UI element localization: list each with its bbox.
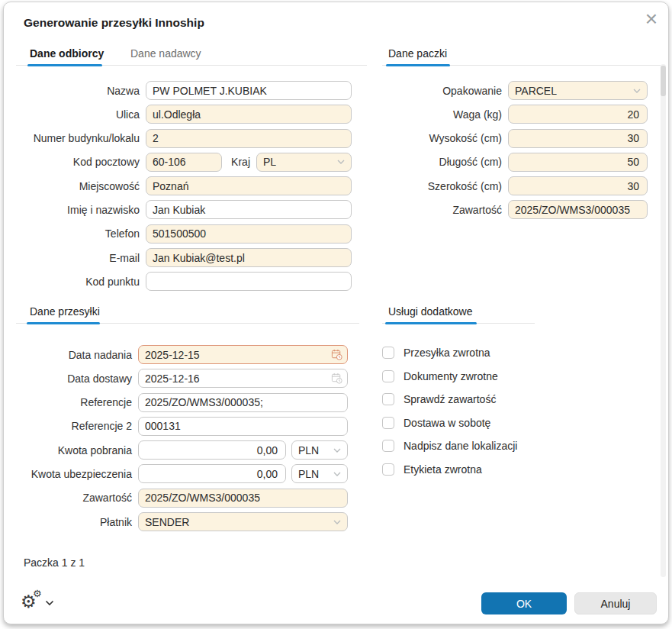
close-icon[interactable]: × <box>645 8 658 30</box>
field-row-miejscowosc: Miejscowość <box>16 176 352 195</box>
dlugosc-input[interactable] <box>508 153 648 172</box>
ulica-input[interactable] <box>146 105 352 124</box>
service-sprawdz-zawartosc[interactable]: Sprawdź zawartość <box>382 392 517 407</box>
kwota-pobrania-label: Kwota pobrania <box>16 444 138 456</box>
currency-value: PLN <box>298 444 319 456</box>
active-tab-underline <box>27 64 102 66</box>
ok-button[interactable]: OK <box>481 592 567 614</box>
checkbox[interactable] <box>382 440 394 452</box>
kwota-pobrania-input[interactable] <box>138 440 286 460</box>
waga-input[interactable] <box>508 105 648 124</box>
calendar-clock-icon[interactable] <box>331 349 342 360</box>
chevron-down-icon <box>337 160 345 164</box>
field-row-opakowanie: Opakowanie PARCEL <box>382 81 648 100</box>
kwota-ubezpieczenia-label: Kwota ubezpieczenia <box>16 468 138 480</box>
zawartosc-przesylki-input[interactable] <box>138 489 348 508</box>
shipment-form: Data nadania Data dostawy Referencje Ref… <box>16 345 348 531</box>
checkbox[interactable] <box>382 347 394 359</box>
kwota-ubezpieczenia-input[interactable] <box>138 464 286 483</box>
miejscowosc-input[interactable] <box>146 176 352 195</box>
telefon-input[interactable] <box>146 224 352 244</box>
checkbox[interactable] <box>382 370 394 382</box>
referencje-input[interactable] <box>138 393 348 412</box>
services-section-underline <box>385 322 477 324</box>
field-row-zawartosc-przesylki: Zawartość <box>16 489 348 508</box>
opakowanie-select[interactable]: PARCEL <box>508 81 648 100</box>
field-row-referencje: Referencje <box>16 393 348 412</box>
field-row-zawartosc-paczki: Zawartość <box>382 200 648 219</box>
kraj-value: PL <box>263 156 276 168</box>
imie-nazwisko-label: Imię i nazwisko <box>16 204 146 216</box>
field-row-email: E-mail <box>16 248 352 267</box>
wysokosc-input[interactable] <box>508 129 648 148</box>
service-label: Dokumenty zwrotne <box>404 370 498 382</box>
kod-punktu-label: Kod punktu <box>16 276 146 288</box>
szerokosc-input[interactable] <box>508 176 648 195</box>
field-row-data-nadania: Data nadania <box>16 345 348 364</box>
field-row-data-dostawy: Data dostawy <box>16 369 348 388</box>
field-row-platnik: Płatnik SENDER <box>16 512 348 531</box>
service-etykieta-zwrotna[interactable]: Etykieta zwrotna <box>382 462 517 477</box>
service-przesylka-zwrotna[interactable]: Przesyłka zwrotna <box>382 345 517 360</box>
service-nadpisz-dane-lokalizacji[interactable]: Nadpisz dane lokalizacji <box>382 438 517 453</box>
numer-label: Numer budynku/lokalu <box>16 132 146 144</box>
data-nadania-label: Data nadania <box>16 349 138 361</box>
platnik-select[interactable]: SENDER <box>138 512 348 531</box>
tab-dane-nadawcy[interactable]: Dane nadawcy <box>130 47 201 60</box>
opakowanie-label: Opakowanie <box>382 85 508 97</box>
checkbox[interactable] <box>382 393 394 405</box>
data-dostawy-label: Data dostawy <box>16 373 138 385</box>
field-row-wysokosc: Wysokość (cm) <box>382 129 648 148</box>
kwota-ubezpieczenia-currency-select[interactable]: PLN <box>291 464 348 483</box>
waga-label: Waga (kg) <box>382 108 508 121</box>
field-row-numer: Numer budynku/lokalu <box>16 129 352 148</box>
data-dostawy-input[interactable] <box>138 369 348 388</box>
settings-menu-button[interactable]: ⚙ ⚙ <box>21 592 56 616</box>
service-label: Nadpisz dane lokalizacji <box>404 440 517 452</box>
shipment-section-title: Dane przesyłki <box>30 305 100 318</box>
imie-nazwisko-input[interactable] <box>146 200 352 219</box>
wysokosc-label: Wysokość (cm) <box>382 132 508 144</box>
package-section-header: Dane paczki <box>382 45 661 66</box>
checkbox[interactable] <box>382 417 394 429</box>
checkbox[interactable] <box>382 463 394 476</box>
chevron-down-icon <box>633 89 641 93</box>
calendar-clock-icon[interactable] <box>331 373 342 384</box>
scrollbar-thumb[interactable] <box>661 66 666 96</box>
kod-punktu-input[interactable] <box>146 272 352 291</box>
kwota-pobrania-currency-select[interactable]: PLN <box>291 440 348 460</box>
referencje-label: Referencje <box>16 396 138 408</box>
service-dostawa-w-sobote[interactable]: Dostawa w sobotę <box>382 415 517 431</box>
field-row-nazwa: Nazwa <box>16 81 352 100</box>
email-input[interactable] <box>146 248 352 267</box>
chevron-down-icon <box>333 448 341 453</box>
service-label: Dostawa w sobotę <box>404 417 490 429</box>
kraj-select[interactable]: PL <box>256 153 352 172</box>
zawartosc-paczki-input[interactable] <box>508 200 648 219</box>
kod-pocztowy-input[interactable] <box>146 153 222 172</box>
nazwa-label: Nazwa <box>16 85 146 97</box>
field-row-dlugosc: Długość (cm) <box>382 153 648 172</box>
scrollbar[interactable] <box>661 64 666 577</box>
platnik-value: SENDER <box>145 516 189 528</box>
package-pager: Paczka 1 z 1 <box>24 556 85 569</box>
field-row-kod-pocztowy: Kod pocztowy Kraj PL <box>16 153 352 172</box>
nazwa-input[interactable] <box>146 81 352 100</box>
service-label: Etykieta zwrotna <box>404 463 482 476</box>
data-nadania-input[interactable] <box>138 345 348 364</box>
tab-dane-odbiorcy[interactable]: Dane odbiorcy <box>30 47 104 60</box>
referencje2-input[interactable] <box>138 417 348 436</box>
services-list: Przesyłka zwrotna Dokumenty zwrotne Spra… <box>382 345 517 477</box>
recipient-tabs-header: Dane odbiorcy Dane nadawcy <box>16 45 367 66</box>
field-row-kwota-ubezpieczenia: Kwota ubezpieczenia PLN <box>16 464 348 483</box>
numer-budynku-input[interactable] <box>146 129 352 148</box>
dlugosc-label: Długość (cm) <box>382 156 508 168</box>
field-row-ulica: Ulica <box>16 105 352 124</box>
cancel-button[interactable]: Anuluj <box>574 592 657 614</box>
package-form: Opakowanie PARCEL Waga (kg) Wysokość (cm… <box>382 81 648 219</box>
field-row-kwota-pobrania: Kwota pobrania PLN <box>16 440 348 460</box>
dialog-title: Generowanie przesyłki Innoship <box>24 16 204 30</box>
field-row-kod-punktu: Kod punktu <box>16 272 352 291</box>
service-dokumenty-zwrotne[interactable]: Dokumenty zwrotne <box>382 369 517 384</box>
kod-pocztowy-label: Kod pocztowy <box>16 156 146 168</box>
